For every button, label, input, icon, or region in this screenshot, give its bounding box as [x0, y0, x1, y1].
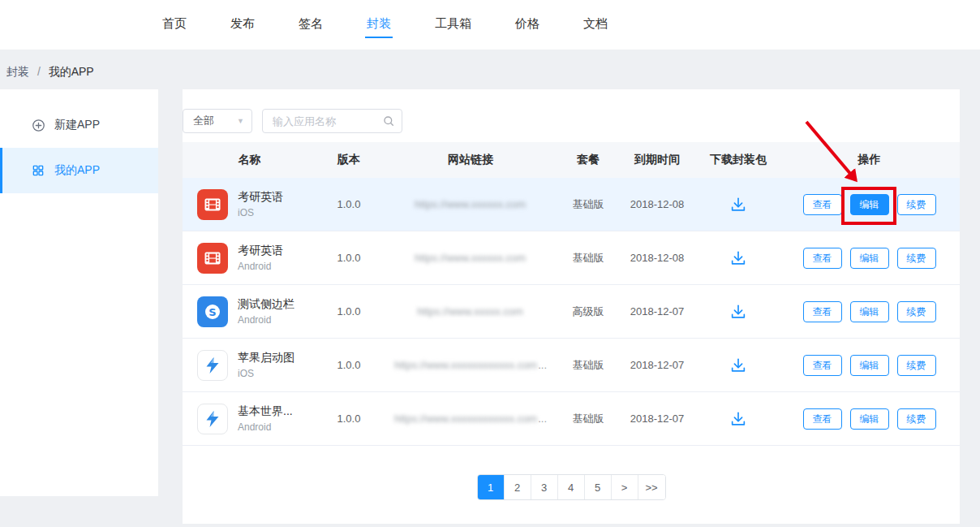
- column-header: 版本: [316, 153, 381, 167]
- table-row: 基本世界... Android 1.0.0 https://www.xxxxxx…: [183, 392, 960, 446]
- name-cell: S 测试侧边栏 Android: [183, 296, 316, 327]
- app-url-ellipsis: ...: [538, 413, 547, 425]
- app-expire-date: 2018-12-07: [617, 305, 698, 317]
- pagination-page[interactable]: 2: [505, 475, 531, 499]
- renew-button[interactable]: 续费: [897, 301, 936, 322]
- column-header: 名称: [183, 153, 316, 167]
- download-icon[interactable]: [729, 196, 747, 214]
- app-url-text: https://www.xxxxxx.com: [415, 252, 526, 264]
- column-header: 套餐: [560, 153, 617, 167]
- app-name: 考研英语: [238, 189, 283, 205]
- column-header: 网站链接: [381, 153, 560, 167]
- download-icon[interactable]: [729, 249, 747, 267]
- bolt-app-icon: [197, 350, 228, 381]
- app-platform: Android: [238, 313, 294, 326]
- app-url-text: https://www.xxxxxxxxxxxx.com: [394, 359, 537, 371]
- edit-button[interactable]: 编辑: [850, 408, 889, 430]
- nav-item[interactable]: 首页: [161, 12, 188, 38]
- table-row: S 测试侧边栏 Android 1.0.0 https://www.xxxxx.…: [183, 285, 960, 339]
- renew-button[interactable]: 续费: [897, 408, 936, 430]
- app-name-block: 考研英语 iOS: [238, 189, 283, 219]
- nav-item[interactable]: 文档: [582, 12, 609, 38]
- plus-circle-icon: [32, 119, 45, 132]
- edit-button[interactable]: 编辑: [850, 194, 889, 215]
- app-name-block: 考研英语 Android: [238, 243, 283, 273]
- actions-cell: 查看 编辑 续费: [779, 408, 960, 430]
- pagination: 12345>>>: [183, 474, 960, 500]
- column-header: 操作: [779, 153, 960, 167]
- app-url: https://www.xxxxx.com: [381, 305, 560, 317]
- view-button[interactable]: 查看: [803, 408, 842, 430]
- app-plan: 基础版: [560, 197, 617, 212]
- edit-button[interactable]: 编辑: [850, 248, 889, 269]
- filter-select[interactable]: 全部 ▼: [183, 109, 252, 133]
- sidebar-item[interactable]: 我的APP: [0, 148, 158, 193]
- nav-items: 首页发布签名封装工具箱价格文档: [161, 12, 650, 38]
- app-plan: 高级版: [560, 305, 617, 319]
- actions-cell: 查看 编辑 续费: [779, 248, 960, 269]
- toolbar: 全部 ▼: [183, 109, 960, 133]
- pagination-next-button[interactable]: >: [612, 475, 638, 499]
- app-version: 1.0.0: [316, 359, 381, 371]
- app-url: https://www.xxxxxx.com: [381, 252, 560, 264]
- grid-icon: [32, 164, 45, 178]
- actions-cell: 查看 编辑 续费: [779, 355, 960, 376]
- app-version: 1.0.0: [316, 198, 381, 210]
- sidebar: 新建APP 我的APP: [0, 89, 158, 496]
- sidebar-item[interactable]: 新建APP: [0, 102, 158, 148]
- pagination-last-button[interactable]: >>: [638, 475, 665, 499]
- renew-button[interactable]: 续费: [897, 248, 936, 269]
- pagination-page[interactable]: 3: [531, 475, 558, 499]
- edit-button[interactable]: 编辑: [850, 301, 889, 322]
- app-url-text: https://www.xxxxxx.com: [415, 198, 526, 210]
- name-cell: 考研英语 iOS: [183, 189, 316, 220]
- pagination-page[interactable]: 4: [558, 475, 585, 499]
- nav-item[interactable]: 工具箱: [433, 12, 473, 38]
- app-expire-date: 2018-12-07: [617, 359, 698, 371]
- download-icon[interactable]: [729, 356, 747, 374]
- app-platform: Android: [238, 421, 293, 434]
- view-button[interactable]: 查看: [803, 194, 842, 215]
- download-cell: [698, 303, 779, 321]
- app-platform: Android: [238, 260, 283, 273]
- nav-item[interactable]: 签名: [297, 12, 325, 38]
- app-platform: iOS: [238, 367, 294, 380]
- pagination-group: 12345>>>: [477, 474, 666, 500]
- search-icon[interactable]: [382, 114, 395, 127]
- edit-button[interactable]: 编辑: [850, 355, 889, 376]
- view-button[interactable]: 查看: [803, 248, 842, 269]
- app-expire-date: 2018-12-08: [617, 252, 698, 264]
- app-plan: 基础版: [560, 358, 617, 373]
- renew-button[interactable]: 续费: [897, 355, 936, 376]
- pagination-page[interactable]: 5: [585, 475, 612, 499]
- app-url: https://www.xxxxxx.com: [381, 198, 560, 210]
- app-url-text: https://www.xxxxx.com: [417, 305, 523, 317]
- nav-item[interactable]: 封装: [365, 12, 393, 38]
- caret-down-icon: ▼: [237, 117, 244, 125]
- breadcrumb: 封装 / 我的APP: [6, 65, 94, 80]
- renew-button[interactable]: 续费: [897, 194, 936, 215]
- app-url-ellipsis: ...: [538, 359, 547, 371]
- nav-item[interactable]: 发布: [229, 12, 256, 38]
- download-cell: [698, 249, 779, 267]
- actions-cell: 查看 编辑 续费: [779, 194, 960, 215]
- breadcrumb-current: 我的APP: [49, 65, 94, 78]
- app-name: 基本世界...: [238, 404, 293, 419]
- table-row: 考研英语 Android 1.0.0 https://www.xxxxxx.co…: [183, 231, 960, 285]
- download-cell: [698, 196, 779, 214]
- pagination-page[interactable]: 1: [478, 475, 505, 499]
- download-cell: [698, 410, 779, 428]
- app-expire-date: 2018-12-08: [617, 198, 698, 210]
- svg-text:S: S: [208, 305, 216, 317]
- download-cell: [698, 356, 779, 374]
- app-version: 1.0.0: [316, 413, 381, 425]
- app-name: 苹果启动图: [238, 350, 294, 365]
- download-icon[interactable]: [729, 410, 747, 428]
- app-version: 1.0.0: [316, 305, 381, 317]
- filter-select-value: 全部: [193, 114, 214, 128]
- breadcrumb-section[interactable]: 封装: [6, 65, 29, 78]
- view-button[interactable]: 查看: [803, 355, 842, 376]
- download-icon[interactable]: [729, 303, 747, 321]
- view-button[interactable]: 查看: [803, 301, 842, 322]
- nav-item[interactable]: 价格: [514, 12, 541, 38]
